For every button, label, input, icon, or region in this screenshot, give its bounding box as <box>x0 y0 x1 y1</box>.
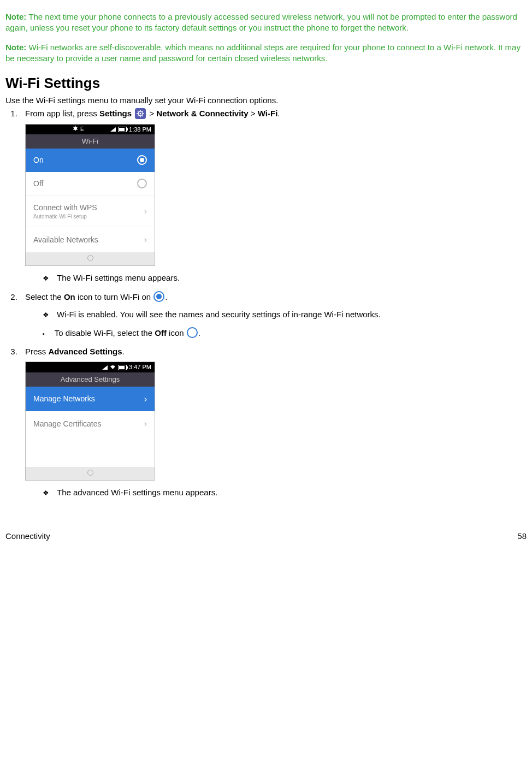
step-1-bold-wifi: Wi-Fi <box>258 109 278 118</box>
section-intro: Use the Wi-Fi settings menu to manually … <box>5 95 527 106</box>
nav-bar-2 <box>26 467 155 480</box>
step-2-text-a: Select the <box>25 292 64 301</box>
svg-marker-15 <box>102 365 108 370</box>
step-1-bold-settings: Settings <box>99 109 132 118</box>
note-1: Note: The next time your phone connects … <box>5 11 527 34</box>
status-e-text: E <box>80 126 84 133</box>
row-off[interactable]: Off <box>26 172 155 196</box>
step-2-subsub-c: . <box>198 328 200 337</box>
step-1-sub: The Wi-Fi settings menu appears. <box>43 273 527 283</box>
step-3-sub-text: The advanced Wi-Fi settings menu appears… <box>57 488 217 497</box>
home-circle-icon <box>87 470 93 476</box>
signal-icon <box>102 365 108 370</box>
status-time: 1:38 PM <box>129 126 151 134</box>
blank-area <box>26 436 155 467</box>
row-manage-networks[interactable]: Manage Networks › <box>26 387 155 412</box>
step-2: Select the On icon to turn Wi-Fi on . Wi… <box>20 291 527 339</box>
row-manage-certs-label: Manage Certificates <box>33 419 144 429</box>
svg-line-7 <box>143 116 144 117</box>
step-1: From app list, press Settings > Network … <box>20 108 527 283</box>
step-2-bold-on: On <box>64 292 75 301</box>
row-wps[interactable]: Connect with WPS Automatic Wi-Fi setup › <box>26 196 155 227</box>
chevron-right-icon: › <box>144 393 147 405</box>
radio-off-inline-icon <box>187 327 198 338</box>
status-bar: E 1:38 PM <box>26 125 155 135</box>
signal-icon <box>110 127 116 132</box>
step-3: Press Advanced Settings. 3:47 PM Advance… <box>20 346 527 498</box>
step-1-text-c: > <box>249 109 258 118</box>
note-1-text: The next time your phone connects to a p… <box>5 12 517 32</box>
step-2-subsub-bold: Off <box>155 328 167 337</box>
step-1-sub-text: The Wi-Fi settings menu appears. <box>57 273 180 282</box>
note-2-label: Note: <box>5 43 26 52</box>
row-manage-certs[interactable]: Manage Certificates › <box>26 411 155 436</box>
battery-icon <box>118 365 127 370</box>
steps-list: From app list, press Settings > Network … <box>20 108 527 498</box>
chevron-right-icon: › <box>144 205 147 217</box>
battery-icon <box>118 127 127 132</box>
section-heading: Wi-Fi Settings <box>5 74 527 93</box>
step-3-text-a: Press <box>25 347 49 356</box>
step-2-text-c: . <box>165 292 167 301</box>
row-wps-sublabel: Automatic Wi-Fi setup <box>33 213 144 221</box>
step-1-text-a: From app list, press <box>25 109 99 118</box>
step-3-sub: The advanced Wi-Fi settings menu appears… <box>43 487 527 498</box>
radio-on-icon <box>137 155 147 165</box>
screenshot-advanced-menu: 3:47 PM Advanced Settings Manage Network… <box>25 362 155 481</box>
row-on-label: On <box>33 155 137 165</box>
step-2-sub: Wi-Fi is enabled. You will see the names… <box>43 309 527 320</box>
row-wps-label: Connect with WPS <box>33 203 97 212</box>
step-2-text-b: icon to turn Wi-Fi on <box>75 292 153 301</box>
step-1-text-b: > <box>149 109 156 118</box>
row-manage-networks-label: Manage Networks <box>33 394 144 404</box>
screen-title: Wi-Fi <box>26 134 155 149</box>
footer-section: Connectivity <box>5 531 50 541</box>
settings-icon <box>135 108 146 119</box>
bug-icon <box>73 126 78 131</box>
note-2-text: Wi-Fi networks are self-discoverable, wh… <box>5 43 521 63</box>
chevron-right-icon: › <box>144 418 147 430</box>
row-available-label: Available Networks <box>33 235 144 245</box>
row-off-label: Off <box>33 179 137 189</box>
step-1-text-d: . <box>277 109 280 118</box>
svg-marker-14 <box>110 127 116 132</box>
note-1-label: Note: <box>5 12 26 21</box>
screenshot-wifi-menu: E 1:38 PM Wi-Fi On Off Connect with WPS … <box>25 124 155 266</box>
step-2-subsub: To disable Wi-Fi, select the Off icon . <box>43 327 527 339</box>
step-1-bold-network: Network & Connectivity <box>156 109 248 118</box>
step-2-sub-text: Wi-Fi is enabled. You will see the names… <box>57 310 381 319</box>
home-circle-icon <box>87 255 93 261</box>
row-on[interactable]: On <box>26 149 155 172</box>
radio-off-icon <box>137 179 147 188</box>
step-3-text-b: . <box>122 347 125 356</box>
chevron-right-icon: › <box>144 234 147 246</box>
screen-title-2: Advanced Settings <box>26 372 155 387</box>
wifi-icon <box>110 365 116 370</box>
step-3-bold: Advanced Settings <box>49 347 122 356</box>
status-time-2: 3:47 PM <box>129 363 151 371</box>
radio-on-inline-icon <box>153 291 164 302</box>
page-footer: Connectivity 58 <box>5 531 527 542</box>
footer-page-number: 58 <box>517 531 527 542</box>
step-2-subsub-a: To disable Wi-Fi, select the <box>55 328 155 337</box>
step-2-subsub-b: icon <box>167 328 186 337</box>
note-2: Note: Wi-Fi networks are self-discoverab… <box>5 42 527 64</box>
svg-line-9 <box>143 111 144 112</box>
svg-point-1 <box>140 113 141 115</box>
nav-bar <box>26 252 155 265</box>
svg-line-8 <box>138 116 139 117</box>
row-available[interactable]: Available Networks › <box>26 227 155 252</box>
svg-line-6 <box>138 111 139 112</box>
status-bar-2: 3:47 PM <box>26 362 155 372</box>
